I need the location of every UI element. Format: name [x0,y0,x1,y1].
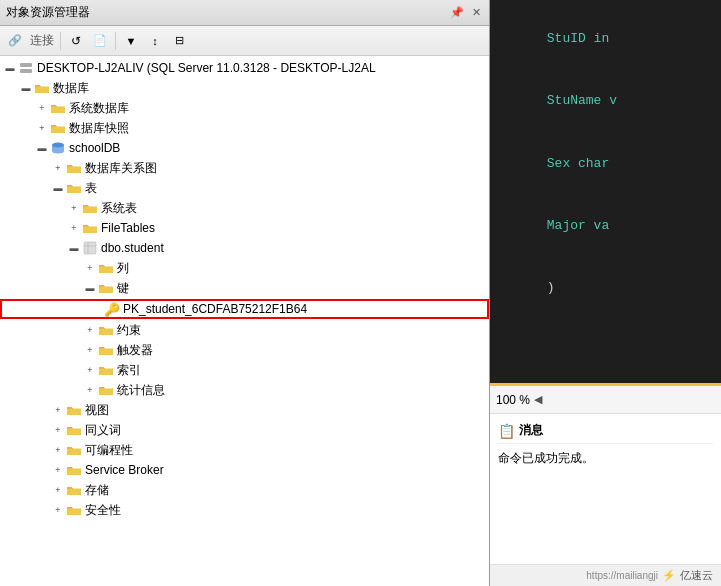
service-broker-label: Service Broker [85,463,164,477]
messages-header: 📋 消息 [498,418,713,444]
expand-triggers[interactable]: + [82,342,98,358]
tree-node-constraints[interactable]: + 约束 [0,320,489,340]
key-icon: 🔑 [104,301,120,317]
tree-node-service-broker[interactable]: + Service Broker [0,460,489,480]
expand-system-dbs[interactable]: + [34,100,50,116]
code-text-4: Major va [547,218,609,233]
expand-columns[interactable]: + [82,260,98,276]
separator-2 [115,32,116,50]
expand-security[interactable]: + [50,502,66,518]
storage-icon [66,482,82,498]
expand-synonyms[interactable]: + [50,422,66,438]
expand-server[interactable]: ▬ [2,60,18,76]
watermark: https://mailiangji ⚡ 亿速云 [586,568,713,583]
tree-node-keys[interactable]: ▬ 键 [0,278,489,298]
tree-node-synonyms[interactable]: + 同义词 [0,420,489,440]
watermark-icon: ⚡ [662,569,676,582]
svg-rect-3 [84,242,96,254]
databases-folder-icon [34,80,50,96]
tree-node-snapshots[interactable]: + 数据库快照 [0,118,489,138]
code-text-3: Sex char [547,156,609,171]
tree-node-views[interactable]: + 视图 [0,400,489,420]
zoom-bar: 100 % ◀ [490,386,721,414]
triggers-icon [98,342,114,358]
tree-node-security[interactable]: + 安全性 [0,500,489,520]
pin-button[interactable]: 📌 [448,6,466,19]
messages-icon: 📋 [498,423,515,439]
close-button[interactable]: ✕ [470,6,483,19]
tree-node-stats[interactable]: + 统计信息 [0,380,489,400]
tree-node-server[interactable]: ▬ DESKTOP-LJ2ALIV (SQL Server 11.0.3128 … [0,58,489,78]
student-table-icon [82,240,98,256]
expand-service-broker[interactable]: + [50,462,66,478]
sys-tables-icon [82,200,98,216]
service-broker-icon [66,462,82,478]
svg-rect-0 [20,63,32,67]
security-label: 安全性 [85,502,121,519]
messages-content: 命令已成功完成。 [498,444,713,473]
connect-icon: 🔗 [8,34,22,47]
schooldb-label: schoolDB [69,141,120,155]
tree-node-filetables[interactable]: + FileTables [0,218,489,238]
tree-node-columns[interactable]: + 列 [0,258,489,278]
expand-sys-tables[interactable]: + [66,200,82,216]
results-area: 100 % ◀ 📋 消息 命令已成功完成。 https://mailiangji… [490,386,721,586]
tree-node-diagrams[interactable]: + 数据库关系图 [0,158,489,178]
tree-node-student[interactable]: ▬ dbo.student [0,238,489,258]
expand-snapshots[interactable]: + [34,120,50,136]
collapse-button[interactable]: ⊟ [168,30,190,52]
sync-button[interactable]: ↕ [144,30,166,52]
connect-label: 连接 [28,32,56,49]
programmability-label: 可编程性 [85,442,133,459]
synonyms-label: 同义词 [85,422,121,439]
expand-stats[interactable]: + [82,382,98,398]
synonyms-icon [66,422,82,438]
tree-node-pk-student[interactable]: 🔑 PK_student_6CDFAB75212F1B64 [0,299,489,319]
zoom-level: 100 % [496,393,530,407]
expand-databases[interactable]: ▬ [18,80,34,96]
expand-tables[interactable]: ▬ [50,180,66,196]
expand-keys[interactable]: ▬ [82,280,98,296]
expand-student[interactable]: ▬ [66,240,82,256]
separator-1 [60,32,61,50]
expand-storage[interactable]: + [50,482,66,498]
tables-label: 表 [85,180,97,197]
expand-schooldb[interactable]: ▬ [34,140,50,156]
expand-diagrams[interactable]: + [50,160,66,176]
expand-indexes[interactable]: + [82,362,98,378]
tree-node-tables[interactable]: ▬ 表 [0,178,489,198]
tree-node-sys-tables[interactable]: + 系统表 [0,198,489,218]
filetables-label: FileTables [101,221,155,235]
tree-node-programmability[interactable]: + 可编程性 [0,440,489,460]
right-panel: StuID in StuName v Sex char Major va ) 1… [490,0,721,586]
panel-titlebar: 对象资源管理器 📌 ✕ [0,0,489,26]
expand-programmability[interactable]: + [50,442,66,458]
tree-node-indexes[interactable]: + 索引 [0,360,489,380]
watermark-url: https://mailiangji [586,570,658,581]
server-icon [18,60,34,76]
expand-views[interactable]: + [50,402,66,418]
databases-label: 数据库 [53,80,89,97]
scroll-left-button[interactable]: ◀ [534,393,542,406]
refresh-button[interactable]: ↺ [65,30,87,52]
tree-node-system-dbs[interactable]: + 系统数据库 [0,98,489,118]
constraints-icon [98,322,114,338]
code-text-5: ) [547,280,555,295]
system-dbs-icon [50,100,66,116]
filter-button[interactable]: ▼ [120,30,142,52]
refresh-icon: ↺ [71,34,81,48]
tree-node-storage[interactable]: + 存储 [0,480,489,500]
messages-panel: 📋 消息 命令已成功完成。 [490,414,721,564]
keys-icon [98,280,114,296]
tree-node-schooldb[interactable]: ▬ schoolDB [0,138,489,158]
connect-button[interactable]: 🔗 [4,30,26,52]
panel-title: 对象资源管理器 [6,4,90,21]
tables-icon [66,180,82,196]
tree-node-triggers[interactable]: + 触发器 [0,340,489,360]
code-line-4: Major va [500,195,711,257]
tree-node-databases[interactable]: ▬ 数据库 [0,78,489,98]
new-query-button[interactable]: 📄 [89,30,111,52]
expand-filetables[interactable]: + [66,220,82,236]
code-line-1: StuID in [500,8,711,70]
expand-constraints[interactable]: + [82,322,98,338]
